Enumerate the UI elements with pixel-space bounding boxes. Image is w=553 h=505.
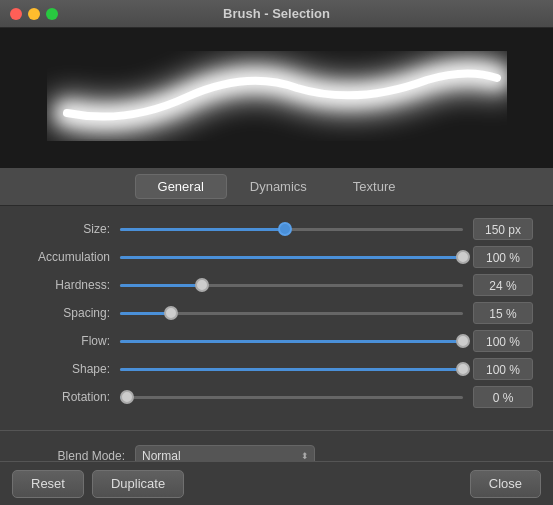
spacing-value[interactable]: 15 % <box>473 302 533 324</box>
shape-label: Shape: <box>20 362 120 376</box>
shape-slider-track[interactable] <box>120 368 463 371</box>
bottom-left-buttons: Reset Duplicate <box>12 470 184 498</box>
minimize-window-button[interactable] <box>28 8 40 20</box>
tab-texture[interactable]: Texture <box>330 174 419 199</box>
hardness-slider-track[interactable] <box>120 284 463 287</box>
accumulation-label: Accumulation <box>20 250 120 264</box>
controls-section: Size: 150 px Accumulation 100 % Hardness… <box>0 206 553 422</box>
flow-value[interactable]: 100 % <box>473 330 533 352</box>
maximize-window-button[interactable] <box>46 8 58 20</box>
spacing-slider-track[interactable] <box>120 312 463 315</box>
accumulation-row: Accumulation 100 % <box>20 244 533 270</box>
window-controls[interactable] <box>10 8 58 20</box>
brush-preview <box>0 28 553 168</box>
flow-label: Flow: <box>20 334 120 348</box>
tab-dynamics[interactable]: Dynamics <box>227 174 330 199</box>
spacing-label: Spacing: <box>20 306 120 320</box>
reset-button[interactable]: Reset <box>12 470 84 498</box>
close-button[interactable]: Close <box>470 470 541 498</box>
tab-bar: General Dynamics Texture <box>0 168 553 206</box>
title-bar: Brush - Selection <box>0 0 553 28</box>
size-label: Size: <box>20 222 120 236</box>
shape-value[interactable]: 100 % <box>473 358 533 380</box>
accumulation-value[interactable]: 100 % <box>473 246 533 268</box>
tab-general[interactable]: General <box>135 174 227 199</box>
accumulation-slider-track[interactable] <box>120 256 463 259</box>
rotation-label: Rotation: <box>20 390 120 404</box>
flow-slider-container[interactable] <box>120 340 463 343</box>
accumulation-slider-container[interactable] <box>120 256 463 259</box>
size-slider-container[interactable] <box>120 228 463 231</box>
rotation-value[interactable]: 0 % <box>473 386 533 408</box>
hardness-label: Hardness: <box>20 278 120 292</box>
hardness-value[interactable]: 24 % <box>473 274 533 296</box>
rotation-row: Rotation: 0 % <box>20 384 533 410</box>
window-title: Brush - Selection <box>223 6 330 21</box>
size-slider-track[interactable] <box>120 228 463 231</box>
rotation-slider-container[interactable] <box>120 396 463 399</box>
duplicate-button[interactable]: Duplicate <box>92 470 184 498</box>
rotation-slider-track[interactable] <box>120 396 463 399</box>
size-value[interactable]: 150 px <box>473 218 533 240</box>
bottom-bar: Reset Duplicate Close <box>0 461 553 505</box>
spacing-slider-container[interactable] <box>120 312 463 315</box>
flow-slider-track[interactable] <box>120 340 463 343</box>
hardness-slider-container[interactable] <box>120 284 463 287</box>
close-window-button[interactable] <box>10 8 22 20</box>
shape-row: Shape: 100 % <box>20 356 533 382</box>
hardness-row: Hardness: 24 % <box>20 272 533 298</box>
flow-row: Flow: 100 % <box>20 328 533 354</box>
size-row: Size: 150 px <box>20 216 533 242</box>
spacing-row: Spacing: 15 % <box>20 300 533 326</box>
shape-slider-container[interactable] <box>120 368 463 371</box>
